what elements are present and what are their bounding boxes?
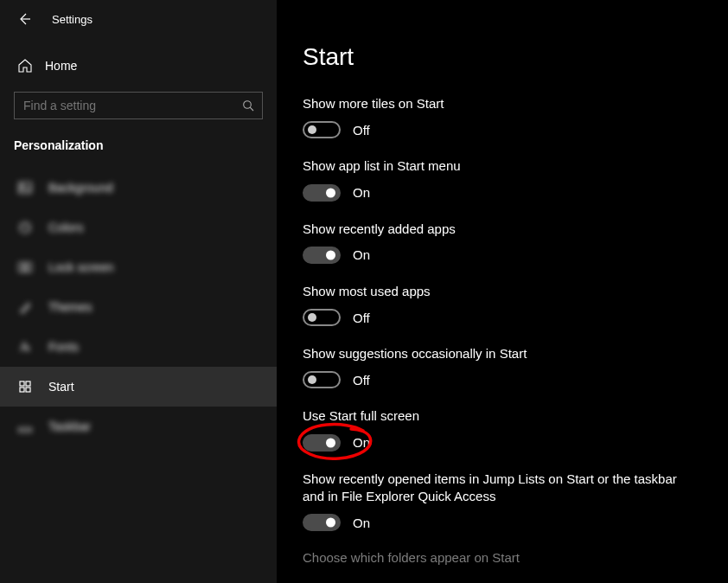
- home-nav[interactable]: Home: [0, 47, 277, 85]
- toggle-most-used[interactable]: [303, 309, 341, 326]
- sidebar-item-label: Lock screen: [48, 260, 113, 274]
- toggle-app-list[interactable]: [303, 184, 341, 202]
- background-icon: [17, 181, 33, 195]
- toggle-row: Off: [303, 371, 702, 388]
- sidebar-item-colors[interactable]: Colors: [0, 208, 277, 247]
- fonts-icon: [17, 340, 33, 354]
- taskbar-icon: [17, 420, 33, 433]
- toggle-state: On: [353, 435, 370, 450]
- start-icon: [17, 380, 33, 394]
- sidebar-item-label: Colors: [48, 221, 83, 234]
- setting-label: Use Start full screen: [303, 407, 700, 425]
- sidebar-item-background[interactable]: Background: [0, 168, 277, 208]
- svg-point-7: [27, 227, 29, 229]
- toggle-state: Off: [353, 123, 370, 138]
- sidebar-item-start[interactable]: Start: [0, 367, 277, 407]
- search-area: [0, 85, 277, 119]
- svg-point-6: [25, 224, 27, 226]
- category-heading: Personalization: [0, 119, 277, 159]
- setting-label: Show recently added apps: [303, 221, 700, 238]
- setting-label: Show more tiles on Start: [303, 95, 700, 112]
- svg-rect-12: [20, 388, 24, 392]
- setting-full-screen: Use Start full screen On: [303, 407, 702, 451]
- toggle-row: On: [303, 434, 702, 452]
- setting-app-list: Show app list in Start menuOn: [303, 157, 702, 201]
- setting-label: Show recently opened items in Jump Lists…: [303, 471, 700, 506]
- svg-rect-10: [20, 381, 24, 386]
- search-icon: [242, 99, 254, 112]
- toggle-row: Off: [303, 121, 702, 138]
- toggle-full-screen[interactable]: [303, 434, 341, 452]
- toggle-state: On: [353, 516, 370, 530]
- nav-list: BackgroundColorsLock screenThemesFontsSt…: [0, 168, 277, 446]
- setting-recently-added: Show recently added appsOn: [303, 221, 702, 264]
- back-button[interactable]: [10, 5, 38, 33]
- sidebar-item-lock-screen[interactable]: Lock screen: [0, 247, 277, 287]
- setting-label: Show app list in Start menu: [303, 157, 700, 175]
- setting-more-tiles: Show more tiles on StartOff: [303, 95, 702, 138]
- toggle-row: On: [303, 184, 702, 202]
- toggle-recently-added[interactable]: [303, 247, 341, 264]
- svg-point-3: [22, 185, 24, 188]
- toggle-row: On: [303, 247, 702, 264]
- settings-sidebar: Settings Home Personalization Background…: [0, 0, 277, 583]
- lock-screen-icon: [17, 260, 33, 274]
- sidebar-item-taskbar[interactable]: Taskbar: [0, 407, 277, 446]
- svg-point-5: [22, 226, 23, 227]
- settings-list: Show more tiles on StartOffShow app list…: [303, 95, 702, 531]
- sidebar-item-label: Start: [48, 380, 74, 394]
- svg-point-4: [20, 222, 30, 233]
- window-title: Settings: [52, 13, 93, 26]
- settings-main: Start Show more tiles on StartOffShow ap…: [277, 0, 728, 583]
- sidebar-item-fonts[interactable]: Fonts: [0, 327, 277, 367]
- svg-line-1: [250, 107, 253, 111]
- toggle-state: On: [353, 185, 370, 200]
- svg-point-0: [244, 101, 252, 109]
- toggle-row: Off: [303, 309, 702, 326]
- colors-icon: [17, 221, 33, 234]
- home-icon: [17, 58, 33, 74]
- page-title: Start: [303, 43, 702, 71]
- sidebar-item-label: Fonts: [48, 340, 79, 354]
- svg-rect-14: [19, 428, 31, 432]
- toggle-suggestions[interactable]: [303, 371, 341, 388]
- toggle-state: On: [353, 247, 370, 262]
- sidebar-item-label: Background: [48, 181, 113, 195]
- toggle-row: On: [303, 514, 702, 531]
- toggle-jump-lists[interactable]: [303, 514, 341, 531]
- search-input[interactable]: [14, 92, 263, 119]
- setting-label: Show suggestions occasionally in Start: [303, 345, 700, 362]
- setting-jump-lists: Show recently opened items in Jump Lists…: [303, 471, 702, 532]
- svg-rect-11: [26, 381, 30, 386]
- back-arrow-icon: [17, 12, 31, 26]
- svg-rect-13: [26, 388, 30, 392]
- themes-icon: [17, 300, 33, 314]
- sidebar-header: Settings: [0, 0, 277, 38]
- setting-most-used: Show most used appsOff: [303, 283, 702, 326]
- setting-suggestions: Show suggestions occasionally in StartOf…: [303, 345, 702, 388]
- toggle-state: Off: [353, 311, 370, 325]
- setting-label: Show most used apps: [303, 283, 700, 300]
- sidebar-item-label: Taskbar: [48, 420, 91, 433]
- home-label: Home: [45, 59, 77, 73]
- choose-folders-link[interactable]: Choose which folders appear on Start: [303, 550, 702, 565]
- sidebar-item-label: Themes: [48, 300, 93, 314]
- sidebar-item-themes[interactable]: Themes: [0, 287, 277, 327]
- toggle-more-tiles[interactable]: [303, 121, 341, 138]
- toggle-state: Off: [353, 373, 370, 388]
- svg-rect-9: [23, 266, 27, 270]
